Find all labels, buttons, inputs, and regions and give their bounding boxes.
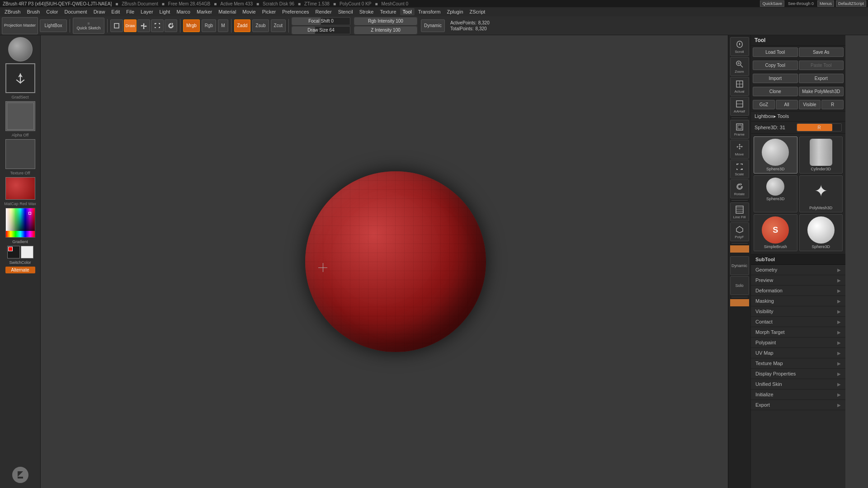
tool-sphere3d-white2[interactable]: Sphere3D	[799, 214, 843, 251]
copy-tool-button[interactable]: Copy Tool	[753, 61, 798, 70]
brush-swatch[interactable]	[8, 37, 33, 61]
alpha-swatch[interactable]	[5, 101, 35, 131]
contact-section[interactable]: Contact ▶	[751, 317, 845, 327]
rgb-button[interactable]: Rgb	[202, 19, 216, 32]
scroll-button[interactable]: Scroll	[730, 37, 749, 56]
menu-material[interactable]: Material	[216, 8, 239, 15]
menu-document[interactable]: Document	[62, 8, 90, 15]
make-polymesh-button[interactable]: Make PolyMesh3D	[799, 87, 844, 96]
z-intensity-slider[interactable]: Z Intensity 100	[354, 26, 417, 34]
menu-picker[interactable]: Picker	[259, 8, 279, 15]
lightbox-tools-row[interactable]: Lightbox▸ Tools	[751, 112, 845, 122]
tool-simplebrush[interactable]: S SimpleBrush	[754, 214, 797, 251]
color-picker[interactable]	[5, 208, 35, 238]
menu-draw[interactable]: Draw	[91, 8, 108, 15]
zsub-button[interactable]: Zsub	[252, 19, 269, 32]
rotate-icon-button[interactable]	[165, 19, 177, 32]
geometry-section[interactable]: Geometry ▶	[751, 265, 845, 275]
menu-movie[interactable]: Movie	[240, 8, 258, 15]
menu-stroke[interactable]: Stroke	[357, 8, 377, 15]
menu-transform[interactable]: Transform	[415, 8, 443, 15]
menu-preferences[interactable]: Preferences	[279, 8, 311, 15]
menu-file[interactable]: File	[123, 8, 137, 15]
zadd-button[interactable]: Zadd	[234, 19, 251, 32]
menu-stencil[interactable]: Stencil	[335, 8, 356, 15]
menu-brush[interactable]: Brush	[24, 8, 42, 15]
tool-cylinder3d[interactable]: Cylinder3D	[799, 136, 843, 174]
primary-color-swatch[interactable]	[7, 246, 20, 258]
tool-polymesh3d[interactable]: ✦ PolyMesh3D	[799, 175, 843, 212]
menu-zplugin[interactable]: Zplugin	[444, 8, 466, 15]
zcut-button[interactable]: Zcut	[271, 19, 286, 32]
texture-map-section[interactable]: Texture Map ▶	[751, 358, 845, 369]
draw-size-slider[interactable]: Draw Size 64	[292, 26, 350, 34]
tool-sphere3d-small[interactable]: Sphere3D	[754, 175, 797, 212]
move-icon-button[interactable]	[137, 19, 150, 32]
load-tool-button[interactable]: Load Tool	[753, 47, 798, 57]
select-icon-button[interactable]	[110, 19, 123, 32]
clone-button[interactable]: Clone	[753, 87, 798, 96]
dynamic-button[interactable]: Dynamic	[421, 19, 445, 32]
deformation-section[interactable]: Deformation ▶	[751, 286, 845, 296]
morph-target-section[interactable]: Morph Target ▶	[751, 327, 845, 338]
scale-icon-button[interactable]	[151, 19, 164, 32]
alternate-button[interactable]: Alternate	[5, 267, 35, 273]
default-zscript-button[interactable]: DefaultZScript	[836, 0, 866, 7]
lightbox-button[interactable]: LightBox	[40, 19, 67, 32]
solo-button[interactable]: Solo	[730, 276, 749, 295]
active-tool-button[interactable]	[5, 63, 35, 93]
menu-marker[interactable]: Marker	[194, 8, 215, 15]
uv-map-section[interactable]: UV Map ▶	[751, 348, 845, 358]
m-button[interactable]: M	[218, 19, 228, 32]
menu-render[interactable]: Render	[313, 8, 335, 15]
canvas-area[interactable]	[41, 35, 750, 488]
initialize-section[interactable]: Initialize ▶	[751, 389, 845, 400]
menu-light[interactable]: Light	[157, 8, 173, 15]
tool-sphere3d-white[interactable]: Sphere3D	[754, 136, 797, 174]
zoom-button[interactable]: Zoom	[730, 57, 749, 76]
all-button[interactable]: All	[776, 100, 798, 109]
texture-swatch[interactable]	[5, 139, 35, 169]
menu-texture[interactable]: Texture	[377, 8, 399, 15]
export-section[interactable]: Export ▶	[751, 400, 845, 410]
actual-button[interactable]: Actual	[730, 77, 749, 96]
material-swatch[interactable]	[5, 177, 35, 200]
frame-button[interactable]: Frame	[730, 120, 749, 139]
draw-button[interactable]: Draw	[124, 19, 137, 32]
r-button[interactable]: R	[821, 100, 844, 109]
polyf-button[interactable]: PolyF	[730, 222, 749, 241]
subtool-section[interactable]: SubTool	[751, 254, 845, 265]
paste-tool-button[interactable]: Paste Tool	[799, 61, 844, 70]
masking-section[interactable]: Masking ▶	[751, 296, 845, 306]
menu-zscript[interactable]: ZScript	[467, 8, 488, 15]
menu-macro[interactable]: Marco	[174, 8, 193, 15]
display-properties-section[interactable]: Display Properties ▶	[751, 369, 845, 379]
unified-skin-section[interactable]: Unified Skin ▶	[751, 379, 845, 389]
rgb-intensity-slider[interactable]: Rgb Intensity 100	[354, 17, 417, 25]
line-fill-button[interactable]: Line Fill	[730, 202, 749, 221]
rotate-strip-button[interactable]: Rotate	[730, 179, 749, 198]
export-button[interactable]: Export	[799, 74, 844, 83]
mrgb-button[interactable]: Mrgb	[183, 19, 200, 32]
dynamic-strip-button[interactable]: Dynamic	[730, 256, 749, 275]
menu-color[interactable]: Color	[43, 8, 61, 15]
preview-section[interactable]: Preview ▶	[751, 275, 845, 286]
secondary-color-swatch[interactable]	[21, 246, 33, 258]
import-button[interactable]: Import	[753, 74, 798, 83]
visibility-section[interactable]: Visibility ▶	[751, 306, 845, 317]
focal-shift-slider[interactable]: Focal Shift 0	[292, 17, 350, 25]
scale-strip-button[interactable]: Scale	[730, 160, 749, 178]
quicksave-button[interactable]: QuickSave	[760, 0, 784, 7]
visible-button[interactable]: Visible	[799, 100, 821, 109]
sphere3d-slider[interactable]: R	[797, 123, 842, 131]
quick-sketch-button[interactable]: ≡ Quick Sketch	[73, 18, 104, 34]
projection-master-button[interactable]: Projection Master	[2, 17, 38, 34]
menu-layer[interactable]: Layer	[138, 8, 156, 15]
polypaint-section[interactable]: Polypaint ▶	[751, 338, 845, 348]
aahalf-button[interactable]: AAHalf	[730, 97, 749, 116]
move-strip-button[interactable]: Move	[730, 140, 749, 159]
menus-button[interactable]: Menus	[817, 0, 834, 7]
menu-tool[interactable]: Tool	[400, 8, 415, 15]
save-as-button[interactable]: Save As	[799, 47, 844, 57]
menu-zbrush[interactable]: ZBrush	[2, 8, 23, 15]
